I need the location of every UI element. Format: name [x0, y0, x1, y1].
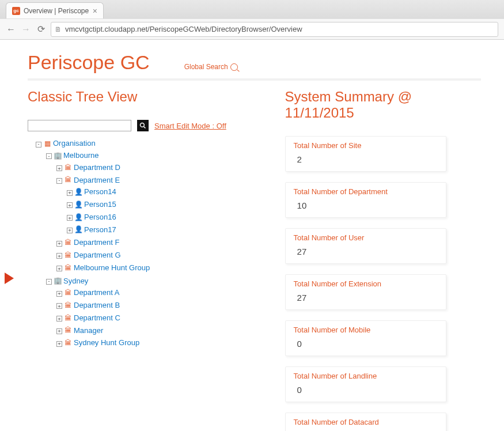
node-label: Person15: [84, 199, 116, 210]
expand-toggle[interactable]: +: [56, 341, 62, 347]
expand-toggle[interactable]: +: [56, 291, 62, 297]
browser-tab[interactable]: gc Overview | Periscope ×: [6, 2, 104, 18]
expand-toggle[interactable]: +: [56, 316, 62, 322]
tab-close-icon[interactable]: ×: [93, 7, 97, 15]
summary-card-title: Total Number of Site: [294, 141, 438, 150]
summary-card-title: Total Number of Extension: [294, 279, 438, 288]
tree-node-dept[interactable]: 🏛Department A: [64, 287, 120, 298]
collapse-toggle[interactable]: -: [56, 178, 62, 184]
dept-icon: 🏛: [64, 300, 72, 311]
tree-node-dept[interactable]: 🏛Melbourne Hunt Group: [64, 262, 150, 274]
summary-card-title: Total Number of Landline: [294, 372, 438, 380]
magnifier-icon: [230, 63, 238, 71]
right-section-title: System Summary @ 11/11/2015: [285, 89, 481, 121]
tree-node-user[interactable]: 👤Person16: [74, 211, 116, 223]
tree-node-dept[interactable]: 🏛Department C: [64, 312, 120, 324]
dept-icon: 🏛: [64, 162, 72, 173]
dept-icon: 🏛: [64, 313, 72, 323]
node-label: Melbourne Hunt Group: [74, 262, 150, 274]
page-icon: 🗎: [55, 25, 62, 33]
svg-point-0: [141, 123, 145, 127]
tree-node-organisation[interactable]: ▦Organisation: [43, 138, 96, 149]
dept-icon: 🏛: [64, 175, 72, 185]
node-label: Sydney Hunt Group: [74, 337, 139, 349]
expand-toggle[interactable]: +: [67, 228, 73, 233]
tree-node-dept[interactable]: 🏛Department F: [64, 237, 119, 248]
tree-node-dept[interactable]: 🏛Manager: [64, 325, 103, 337]
node-label: Sydney: [63, 275, 88, 287]
tree-search-input[interactable]: [28, 120, 131, 131]
smart-edit-toggle[interactable]: Smart Edit Mode : Off: [154, 122, 226, 130]
dept-icon: 🏛: [64, 263, 72, 273]
url-text: vmcvtgctipt.cloudapp.net/PeriscopeGCWeb/…: [65, 25, 302, 33]
left-section-title: Classic Tree View: [28, 89, 262, 105]
expand-toggle[interactable]: +: [67, 215, 73, 221]
tree-node-dept[interactable]: 🏛Department E: [64, 175, 120, 186]
tab-title: Overview | Periscope: [24, 7, 89, 15]
node-label: Melbourne: [63, 150, 98, 161]
summary-card: Total Number of Datacard0: [285, 413, 446, 431]
summary-card-title: Total Number of User: [294, 233, 438, 242]
expand-toggle[interactable]: +: [67, 190, 73, 196]
node-label: Person16: [84, 211, 116, 223]
node-label: Department D: [74, 162, 120, 173]
user-icon: 👤: [74, 224, 82, 235]
user-icon: 👤: [74, 212, 82, 222]
tree-node-dept[interactable]: 🏛Department G: [64, 249, 121, 261]
dept-icon: 🏛: [64, 338, 72, 348]
tree-search-button[interactable]: [137, 120, 149, 131]
tree-node-dept[interactable]: 🏛Department B: [64, 300, 120, 311]
site-icon: 🏢: [54, 275, 62, 286]
node-label: Person14: [84, 186, 116, 198]
dept-icon: 🏛: [64, 325, 72, 335]
collapse-toggle[interactable]: -: [46, 279, 52, 285]
node-label: Department A: [74, 287, 120, 298]
collapse-toggle[interactable]: -: [46, 153, 52, 159]
site-icon: 🏢: [54, 150, 62, 161]
summary-card-title: Total Number of Department: [294, 187, 438, 196]
expand-toggle[interactable]: +: [56, 303, 62, 309]
app-title: Periscope GC: [28, 51, 150, 74]
search-icon: [139, 122, 146, 129]
org-tree: -▦Organisation-🏢Melbourne+🏛Department D-…: [28, 137, 262, 350]
org-icon: ▦: [43, 138, 51, 149]
expand-toggle[interactable]: +: [56, 241, 62, 247]
address-bar: ← → ⟳ 🗎 vmcvtgctipt.cloudapp.net/Perisco…: [0, 18, 504, 39]
tree-node-site[interactable]: 🏢Melbourne: [54, 150, 98, 161]
tree-node-user[interactable]: 👤Person15: [74, 199, 116, 210]
tree-node-dept[interactable]: 🏛Sydney Hunt Group: [64, 337, 139, 349]
summary-card: Total Number of Mobile0: [285, 320, 446, 356]
summary-card-value: 0: [294, 385, 438, 395]
reload-button[interactable]: ⟳: [36, 24, 46, 35]
forward-button: →: [21, 24, 31, 35]
dept-icon: 🏛: [64, 288, 72, 298]
dept-icon: 🏛: [64, 237, 72, 248]
summary-card-value: 0: [294, 339, 438, 349]
expand-toggle[interactable]: +: [67, 202, 73, 208]
global-search-link[interactable]: Global Search: [184, 63, 238, 71]
node-label: Department E: [74, 175, 120, 186]
node-label: Department C: [74, 312, 120, 324]
global-search-label: Global Search: [184, 63, 228, 71]
svg-line-1: [144, 127, 146, 128]
tree-node-user[interactable]: 👤Person14: [74, 186, 116, 198]
expand-toggle[interactable]: +: [56, 253, 62, 259]
collapse-toggle[interactable]: -: [36, 142, 41, 148]
summary-card-value: 10: [294, 201, 438, 210]
summary-card-value: 27: [294, 293, 438, 303]
tree-node-dept[interactable]: 🏛Department D: [64, 162, 120, 173]
summary-card-title: Total Number of Mobile: [294, 326, 438, 334]
tree-node-site[interactable]: 🏢Sydney: [54, 275, 88, 287]
url-input[interactable]: 🗎 vmcvtgctipt.cloudapp.net/PeriscopeGCWe…: [51, 22, 498, 37]
summary-card-title: Total Number of Datacard: [294, 418, 438, 426]
summary-card: Total Number of User27: [285, 228, 446, 264]
back-button[interactable]: ←: [6, 24, 16, 35]
summary-card: Total Number of Department10: [285, 182, 446, 218]
favicon-icon: gc: [12, 7, 20, 15]
user-icon: 👤: [74, 187, 82, 197]
tree-node-user[interactable]: 👤Person17: [74, 224, 116, 236]
summary-card-value: 2: [294, 154, 438, 164]
expand-toggle[interactable]: +: [56, 165, 62, 171]
expand-toggle[interactable]: +: [56, 328, 62, 334]
expand-toggle[interactable]: +: [56, 266, 62, 271]
